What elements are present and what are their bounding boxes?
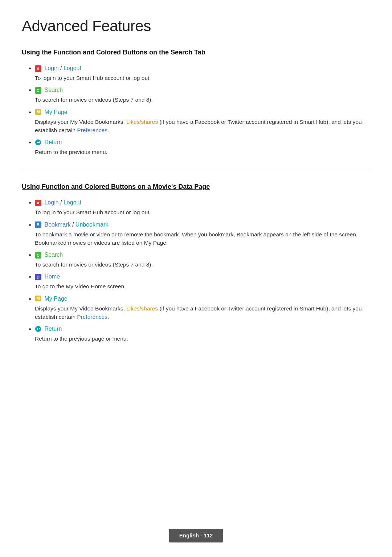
item-desc: Displays your My Video Bookmarks, Likes/… <box>35 304 370 321</box>
preferences-link-1[interactable]: Preferences <box>77 127 107 133</box>
mypage-icon: M <box>35 109 41 115</box>
section-search-tab: Using the Function and Colored Buttons o… <box>22 48 370 156</box>
btn-c-icon: C <box>35 87 41 94</box>
return-link-2[interactable]: Return <box>44 326 62 332</box>
separator: / <box>72 221 75 228</box>
item-desc: Displays your My Video Bookmarks, Likes/… <box>35 118 370 135</box>
list-item: ↩ Return Return to the previous menu. <box>35 138 370 156</box>
separator: / <box>60 65 64 71</box>
item-label: A Login / Logout <box>35 65 81 71</box>
btn-a-icon-2: A <box>35 200 41 206</box>
svg-text:↩: ↩ <box>37 327 40 331</box>
section2-heading: Using Function and Colored Buttons on a … <box>22 182 370 192</box>
list-item: D Home To go to the My Video Home screen… <box>35 272 370 290</box>
svg-text:M: M <box>36 296 40 301</box>
list-item: ↩ Return Return to the previous page or … <box>35 325 370 343</box>
item-desc: To search for movies or videos (Steps 7 … <box>35 260 370 269</box>
btn-b-icon: B <box>35 221 41 228</box>
item-desc: To go to the My Video Home screen. <box>35 282 370 290</box>
item-label: A Login / Logout <box>35 199 81 206</box>
mypage-link-2[interactable]: My Page <box>44 296 67 302</box>
section-movie-data-page: Using Function and Colored Buttons on a … <box>22 182 370 343</box>
unbookmark-link[interactable]: Unbookmark <box>75 221 109 228</box>
item-label: D Home <box>35 273 60 280</box>
mypage-icon-2: M <box>35 295 41 302</box>
list-item: M My Page Displays your My Video Bookmar… <box>35 108 370 135</box>
section1-heading: Using the Function and Colored Buttons o… <box>22 48 370 57</box>
logout-link-1[interactable]: Logout <box>64 65 81 71</box>
item-desc: To search for movies or videos (Steps 7 … <box>35 95 370 104</box>
bookmark-link[interactable]: Bookmark <box>44 221 70 228</box>
svg-text:↩: ↩ <box>37 140 40 145</box>
login-link-2[interactable]: Login <box>44 199 58 206</box>
list-item: C Search To search for movies or videos … <box>35 251 370 269</box>
item-label: C Search <box>35 252 63 258</box>
login-link-1[interactable]: Login <box>44 65 58 71</box>
likes-shares-link-1[interactable]: Likes/shares <box>126 119 158 125</box>
list-item: A Login / Logout To logi n to your Smart… <box>35 64 370 82</box>
return-icon-1: ↩ <box>35 139 41 146</box>
preferences-link-2[interactable]: Preferences <box>77 314 107 320</box>
item-desc: Return to the previous menu. <box>35 148 370 156</box>
section1-list: A Login / Logout To logi n to your Smart… <box>22 64 370 156</box>
search-link-1[interactable]: Search <box>44 87 63 93</box>
return-link-1[interactable]: Return <box>44 139 62 145</box>
separator: / <box>60 199 64 206</box>
page-title: Advanced Features <box>22 15 370 37</box>
svg-text:M: M <box>36 110 40 114</box>
btn-c-icon-2: C <box>35 252 41 259</box>
list-item: C Search To search for movies or videos … <box>35 86 370 104</box>
item-label: M My Page <box>35 296 68 302</box>
section-divider <box>22 171 370 171</box>
btn-a-icon: A <box>35 65 41 72</box>
item-label: ↩ Return <box>35 326 62 332</box>
list-item: B Bookmark / Unbookmark To bookmark a mo… <box>35 220 370 247</box>
item-label: C Search <box>35 87 63 93</box>
mypage-link-1[interactable]: My Page <box>44 109 67 115</box>
item-label: B Bookmark / Unbookmark <box>35 221 109 228</box>
logout-link-2[interactable]: Logout <box>64 199 81 206</box>
item-desc: To bookmark a movie or video or to remov… <box>35 230 370 247</box>
item-desc: To logi n to your Smart Hub account or l… <box>35 74 370 82</box>
item-label: M My Page <box>35 109 68 115</box>
item-desc: Return to the previous page or menu. <box>35 334 370 343</box>
search-link-2[interactable]: Search <box>44 252 63 258</box>
likes-shares-link-2[interactable]: Likes/shares <box>126 305 158 312</box>
footer-page-number: English - 112 <box>169 529 223 543</box>
list-item: A Login / Logout To log in to your Smart… <box>35 198 370 216</box>
item-desc: To log in to your Smart Hub account or l… <box>35 208 370 216</box>
return-icon-2: ↩ <box>35 326 41 332</box>
list-item: M My Page Displays your My Video Bookmar… <box>35 294 370 321</box>
section2-list: A Login / Logout To log in to your Smart… <box>22 198 370 343</box>
item-label: ↩ Return <box>35 139 62 145</box>
home-link[interactable]: Home <box>44 273 60 280</box>
btn-d-icon: D <box>35 274 41 280</box>
